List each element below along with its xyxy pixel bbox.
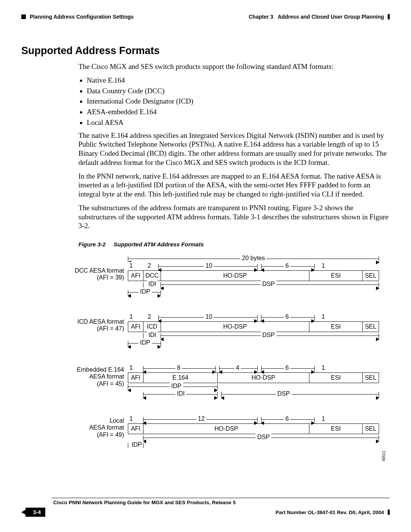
- dim-row: IDP: [128, 289, 379, 296]
- dim-row: 1 2 10 6 1: [128, 314, 379, 321]
- page: Planning Address Configuration Settings …: [0, 0, 411, 532]
- field-esi: ESI: [309, 373, 363, 383]
- dim-label: 1: [320, 313, 327, 321]
- header-chapter: Chapter 3: [249, 14, 273, 20]
- footer-part-number: Part Number OL-3847-01 Rev. D0, April, 2…: [276, 510, 390, 515]
- field-afi: AFI: [128, 424, 143, 434]
- format-local: 1 12 6 1 Local AESA format (AFI = 49): [128, 416, 379, 449]
- format-afi: (AFI = 49): [97, 431, 124, 438]
- dim-label: 1: [128, 364, 134, 372]
- dim-label: IDP: [139, 288, 152, 296]
- dim-row: IDI DSP: [128, 281, 379, 289]
- dim-row: 1 2 10 6 1: [128, 263, 379, 270]
- dim-label: DSP: [276, 390, 292, 398]
- field-afi: AFI: [128, 373, 143, 383]
- figure-atm-formats: 20 bytes 1 2 10 6 1: [128, 255, 379, 449]
- header-right: Chapter 3 Address and Closed User Group …: [249, 14, 390, 20]
- paragraph: The substructures of the address formats…: [78, 203, 390, 230]
- field-afi: AFI: [128, 322, 143, 332]
- dim-label: 2: [146, 313, 153, 321]
- format-icd: 1 2 10 6 1 ICD AESA format (AFI = 47): [128, 314, 379, 347]
- intro-paragraph: The Cisco MGX and SES switch products su…: [78, 62, 390, 71]
- dim-label: IDP: [139, 339, 152, 347]
- dim-label: DSP: [261, 280, 276, 288]
- dim-label: DSP: [256, 433, 271, 441]
- field-esi: ESI: [309, 322, 363, 332]
- dim-label: IDI: [147, 280, 158, 288]
- list-item: International Code Designator (ICD): [87, 97, 390, 106]
- dim-label: 1: [320, 262, 327, 270]
- field-esi: ESI: [309, 424, 363, 434]
- figure-title: Supported ATM Address Formats: [114, 241, 204, 248]
- footer-bar-icon: [388, 510, 390, 515]
- dim-label: 1: [128, 262, 134, 270]
- dim-row: IDP: [128, 340, 379, 347]
- list-item: Native E.164: [87, 76, 390, 85]
- list-item: AESA-embedded E.164: [87, 107, 390, 117]
- page-number: 3-4: [25, 508, 45, 517]
- dim-row: DSP: [128, 434, 379, 442]
- dim-label: 8: [175, 364, 182, 372]
- dim-row: 1 8 4 6 1: [128, 365, 379, 372]
- format-name: DCC AESA format: [75, 267, 124, 274]
- field-afi: AFI: [128, 271, 143, 281]
- dim-row: IDI DSP: [128, 332, 379, 340]
- format-name: Local: [110, 417, 124, 424]
- header-bar-icon: [388, 14, 390, 19]
- field-hodsp: HO-DSP: [161, 322, 309, 332]
- dim-label: DSP: [261, 331, 276, 339]
- field-esi: ESI: [309, 271, 363, 281]
- format-afi: (AFI = 45): [97, 380, 124, 387]
- list-item: Data Country Code (DCC): [87, 86, 390, 96]
- dim-row: IDI DSP: [128, 391, 379, 398]
- dim-label: 6: [284, 262, 290, 270]
- dim-label: 1: [320, 415, 327, 423]
- dim-label: 1: [320, 364, 327, 372]
- field-sel: SEL: [363, 271, 379, 281]
- format-name: Embedded E.164: [77, 366, 124, 373]
- footer-rule: [52, 498, 390, 498]
- formats-list: Native E.164 Data Country Code (DCC) Int…: [78, 76, 390, 127]
- dim-row: IDP: [128, 442, 379, 449]
- field-row: AFI ICD HO-DSP ESI SEL: [128, 321, 379, 332]
- format-name2: AESA format: [89, 424, 124, 431]
- field-row: AFI E.164 HO-DSP ESI SEL: [128, 372, 379, 383]
- format-afi: (AFI = 47): [97, 325, 124, 332]
- field-row: AFI HO-DSP ESI SEL: [128, 423, 379, 434]
- dim-row: IDP: [128, 383, 379, 391]
- field-e164: E.164: [143, 373, 218, 383]
- dim-row: 1 12 6 1: [128, 416, 379, 423]
- dim-label: IDP: [170, 382, 183, 390]
- format-e164: 1 8 4 6 1 Embedded E: [128, 365, 379, 398]
- figure-caption: Figure 3-2 Supported ATM Address Formats: [78, 241, 390, 248]
- running-header: Planning Address Configuration Settings …: [21, 14, 390, 20]
- dim-label: 4: [234, 364, 241, 372]
- field-hodsp: HO-DSP: [143, 424, 309, 434]
- field-row: AFI DCC HO-DSP ESI SEL: [128, 270, 379, 281]
- paragraph: The native E.164 address specifies an In…: [78, 131, 390, 167]
- field-hodsp: HO-DSP: [218, 373, 309, 383]
- header-section: Planning Address Configuration Settings: [30, 14, 134, 20]
- dim-label: IDI: [175, 390, 186, 398]
- header-chapter-title: Address and Closed User Group Planning: [278, 14, 384, 20]
- header-left: Planning Address Configuration Settings: [21, 14, 134, 20]
- format-label: ICD AESA format (AFI = 47): [59, 318, 124, 332]
- field-dcc: DCC: [143, 271, 161, 281]
- format-name2: AESA format: [89, 373, 124, 380]
- format-dcc: 1 2 10 6 1 DCC AESA format (AFI = 39): [128, 263, 379, 296]
- section-heading: Supported Address Formats: [21, 45, 390, 57]
- dim-label: 6: [284, 313, 290, 321]
- dim-label: 12: [196, 415, 206, 423]
- format-name: ICD AESA format: [77, 318, 124, 325]
- format-label: Embedded E.164 AESA format (AFI = 45): [59, 366, 124, 387]
- body-text: The Cisco MGX and SES switch products su…: [78, 62, 390, 449]
- paragraph: In the PNNI network, native E.164 addres…: [78, 172, 390, 199]
- part-number-text: Part Number OL-3847-01 Rev. D0, April, 2…: [276, 510, 384, 515]
- list-item: Local AESA: [87, 118, 390, 127]
- dim-label: 10: [204, 313, 214, 321]
- field-sel: SEL: [363, 373, 379, 383]
- format-label: DCC AESA format (AFI = 39): [59, 267, 124, 281]
- square-bullet-icon: [21, 14, 26, 19]
- field-sel: SEL: [363, 424, 379, 434]
- figure-number: Figure 3-2: [78, 241, 106, 248]
